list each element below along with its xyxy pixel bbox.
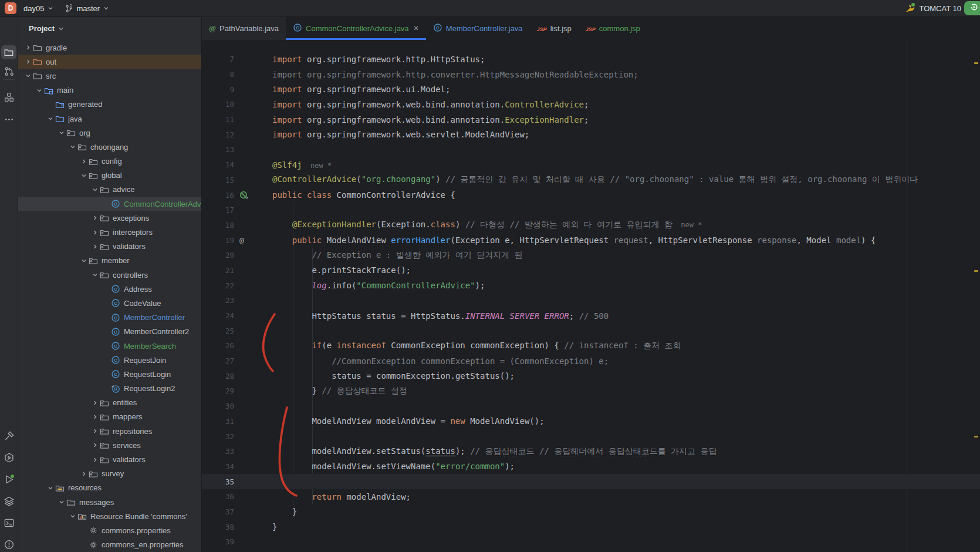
code-line[interactable]: 33 modelAndView.setStatus(status); // 응답… [202,444,980,459]
tree-row[interactable]: mappers [18,410,201,424]
code-line[interactable]: 32 [202,429,980,444]
project-widget[interactable]: day05 [20,2,58,15]
chevron-right-icon[interactable] [90,242,100,251]
tree-row[interactable]: survey [18,467,201,481]
code-line[interactable]: 21 e.printStackTrace(); [202,263,980,278]
project-icon[interactable] [1,45,16,59]
spring-bean-icon[interactable] [234,191,272,200]
tree-row[interactable]: commons_en.properties [18,538,201,552]
chevron-down-icon[interactable] [79,171,89,180]
tree-row[interactable]: CAddress [18,282,201,296]
services-icon[interactable] [1,450,16,465]
chevron-right-icon[interactable] [90,412,100,422]
tree-row[interactable]: src [18,69,201,83]
code-line[interactable]: 27 //CommonException commonException = (… [202,354,980,369]
tree-row[interactable]: RRequestLogin2 [18,382,201,396]
warning-stripe-mark[interactable] [974,270,978,272]
commit-icon[interactable] [1,64,16,78]
chevron-right-icon[interactable] [79,469,89,479]
tree-row[interactable]: validators [18,452,201,466]
code-line[interactable]: 36 return modelAndView; [202,489,980,504]
code-line[interactable]: 38} [202,519,980,534]
chevron-down-icon[interactable] [90,270,100,280]
chevron-down-icon[interactable] [90,185,100,194]
code-line[interactable]: 34 modelAndView.setViewName("error/commo… [202,459,980,474]
editor-tab[interactable]: @PathVariable.java [202,16,286,40]
code-line[interactable]: 26 if(e instanceof CommonException commo… [202,338,980,354]
tree-row[interactable]: CCodeValue [18,296,201,310]
tree-row[interactable]: repositories [18,424,201,438]
code-line[interactable]: 8import org.springframework.http.convert… [202,67,980,82]
chevron-right-icon[interactable] [90,213,100,223]
tree-row[interactable]: controllers [18,268,201,282]
tree-row[interactable]: commons.properties [18,523,201,537]
chevron-down-icon[interactable] [56,128,66,137]
code-line[interactable]: 18 @ExceptionHandler(Exception.class) //… [202,218,980,233]
code-editor[interactable]: 7import org.springframework.http.HttpSta… [202,40,980,552]
run-configuration-widget[interactable]: TOMCAT 10 [904,2,972,14]
chevron-down-icon[interactable] [67,511,77,521]
code-line[interactable]: 16public class CommonControllerAdvice { [202,187,980,203]
chevron-down-icon[interactable] [23,71,33,80]
tree-row[interactable]: Resource Bundle 'commons' [18,509,201,523]
code-line[interactable]: 15@ControllerAdvice("org.choongang") // … [202,173,980,188]
chevron-right-icon[interactable] [90,455,100,465]
code-line[interactable]: 14@Slf4j new * [202,157,980,173]
chevron-down-icon[interactable] [45,114,55,123]
code-line[interactable]: 25 [202,323,980,338]
editor-tab[interactable]: JSPcommon.jsp [579,16,647,40]
tree-row[interactable]: *generated [18,97,201,112]
warning-stripe-mark[interactable] [974,62,978,64]
tree-row[interactable]: global [18,169,201,183]
more-tools-icon[interactable] [1,112,16,126]
run-icon[interactable] [1,472,16,486]
tree-row[interactable]: gradle [18,41,201,55]
chevron-down-icon[interactable] [34,86,44,95]
tree-row[interactable]: member [18,254,201,268]
warning-stripe-mark[interactable] [974,436,978,437]
tree-row[interactable]: main [18,83,201,97]
tree-row[interactable]: messages [18,495,201,509]
chevron-down-icon[interactable] [79,256,89,265]
code-line[interactable]: 24 HttpStatus status = HttpStatus.INTERN… [202,308,980,324]
code-line[interactable]: 17 [202,203,980,218]
code-line[interactable]: 31 ModelAndView modelAndView = new Model… [202,414,980,429]
tree-row[interactable]: CMemberSearch [18,339,201,353]
tree-row[interactable]: exceptions [18,211,201,225]
chevron-right-icon[interactable] [90,228,100,237]
tree-row[interactable]: CRequestJoin [18,353,201,367]
tree-row[interactable]: services [18,438,201,452]
chevron-right-icon[interactable] [90,440,100,450]
code-line[interactable]: 11import org.springframework.web.bind.an… [202,112,980,127]
terminal-icon[interactable] [1,516,16,530]
code-line[interactable]: 35 [202,474,980,489]
code-line[interactable]: 19@ public ModelAndView errorHandler(Exc… [202,233,980,248]
close-icon[interactable]: ✕ [414,25,419,32]
tree-row[interactable]: out [18,55,201,69]
code-line[interactable]: 10import org.springframework.web.bind.an… [202,97,980,112]
chevron-right-icon[interactable] [23,57,33,66]
editor-tab[interactable]: JSPlist.jsp [530,16,579,40]
code-line[interactable]: 13 [202,142,980,157]
code-line[interactable]: 20 // Exception e : 발생한 예외가 여기 담겨지게 됨 [202,248,980,263]
code-line[interactable]: 29 } // 응답상태코드 설정 [202,383,980,399]
project-panel-header[interactable]: Project [18,17,201,40]
tree-row[interactable]: entities [18,396,201,410]
rerun-button[interactable] [964,1,980,15]
editor-tab[interactable]: CMemberController.java [426,16,530,40]
chevron-down-icon[interactable] [45,483,55,493]
problems-icon[interactable] [1,537,16,551]
code-line[interactable]: 23 [202,293,980,308]
code-line[interactable]: 39 [202,534,980,550]
tree-row[interactable]: interceptors [18,225,201,239]
tree-row[interactable]: org [18,126,201,140]
exception-handler-at-icon[interactable]: @ [234,236,272,245]
tree-row[interactable]: resources [18,481,201,495]
vcs-widget[interactable]: master [61,2,113,15]
chevron-right-icon[interactable] [90,398,100,408]
tree-row[interactable]: CMemberController2 [18,325,201,339]
code-line[interactable]: 37 } [202,504,980,520]
code-line[interactable]: 22 log.info("CommonControllerAdvice"); [202,278,980,293]
layers-icon[interactable] [1,494,16,508]
tree-row[interactable]: validators [18,240,201,254]
